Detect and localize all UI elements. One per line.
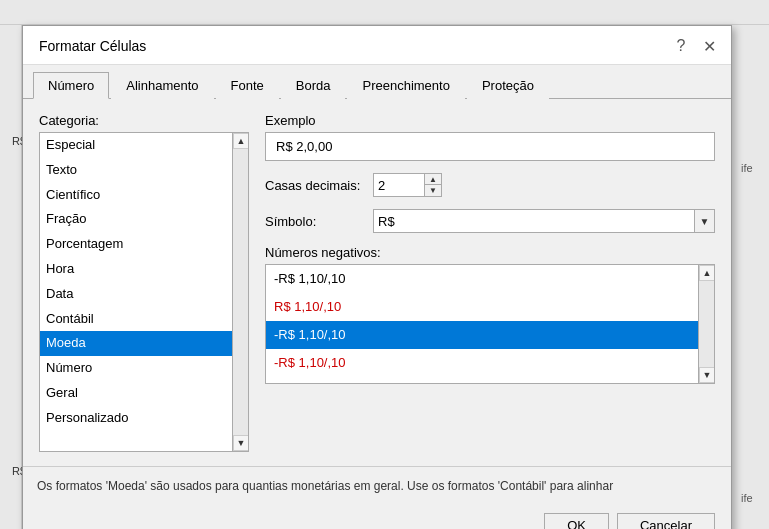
- casas-decimais-label: Casas decimais:: [265, 178, 365, 193]
- close-button[interactable]: ✕: [699, 36, 719, 56]
- category-item-contábil[interactable]: Contábil: [40, 307, 248, 332]
- neg-numbers-label: Números negativos:: [265, 245, 715, 260]
- right-panel: Exemplo R$ 2,0,00 Casas decimais: ▲ ▼ Sí…: [265, 113, 715, 452]
- category-list[interactable]: EspecialTextoCientíficoFraçãoPorcentagem…: [39, 132, 249, 452]
- simbolo-label: Símbolo:: [265, 214, 365, 229]
- example-label: Exemplo: [265, 113, 715, 128]
- category-label: Categoria:: [39, 113, 249, 128]
- category-item-número[interactable]: Número: [40, 356, 248, 381]
- cancel-button[interactable]: Cancelar: [617, 513, 715, 529]
- neg-item-3[interactable]: -R$ 1,10/,10: [266, 349, 714, 377]
- neg-item-1[interactable]: R$ 1,10/,10: [266, 293, 714, 321]
- scroll-down-arrow[interactable]: ▼: [233, 435, 249, 451]
- tab-alinhamento[interactable]: Alinhamento: [111, 72, 213, 99]
- side-text-2: ife: [739, 490, 769, 506]
- tab-proteção[interactable]: Proteção: [467, 72, 549, 99]
- casas-decimais-row: Casas decimais: ▲ ▼: [265, 173, 715, 197]
- neg-numbers-list[interactable]: -R$ 1,10/,10R$ 1,10/,10-R$ 1,10/,10 ▲ ▼ …: [265, 264, 715, 384]
- category-item-hora[interactable]: Hora: [40, 257, 248, 282]
- ok-button[interactable]: OK: [544, 513, 609, 529]
- casas-decimais-spinner[interactable]: ▲ ▼: [373, 173, 442, 197]
- description-text: Os formatos 'Moeda' são usados para quan…: [37, 479, 613, 493]
- simbolo-dropdown-button[interactable]: ▼: [694, 210, 714, 232]
- spinner-up-button[interactable]: ▲: [425, 174, 441, 185]
- simbolo-row: Símbolo: ▼: [265, 209, 715, 233]
- dialog-buttons: OK Cancelar: [23, 505, 731, 529]
- title-actions: ? ✕: [671, 36, 719, 56]
- category-item-texto[interactable]: Texto: [40, 158, 248, 183]
- simbolo-select[interactable]: ▼: [373, 209, 715, 233]
- neg-item-2[interactable]: -R$ 1,10/,10: [266, 265, 714, 293]
- scroll-track: [233, 149, 248, 435]
- help-button[interactable]: ?: [671, 36, 691, 56]
- left-panel: Categoria: EspecialTextoCientíficoFração…: [39, 113, 249, 452]
- dialog-title: Formatar Células: [39, 38, 146, 54]
- category-item-personalizado[interactable]: Personalizado: [40, 406, 248, 431]
- neg-scroll-down-arrow[interactable]: ▼: [699, 367, 715, 383]
- format-cells-dialog: Formatar Células ? ✕ NúmeroAlinhamentoFo…: [22, 25, 732, 529]
- example-value: R$ 2,0,00: [265, 132, 715, 161]
- spinner-down-button[interactable]: ▼: [425, 185, 441, 196]
- example-section: Exemplo R$ 2,0,00: [265, 113, 715, 161]
- category-item-especial[interactable]: Especial: [40, 133, 248, 158]
- spinner-buttons: ▲ ▼: [424, 174, 441, 196]
- neg-numbers-section: Números negativos: -R$ 1,10/,10R$ 1,10/,…: [265, 245, 715, 384]
- category-item-moeda[interactable]: Moeda: [40, 331, 248, 356]
- tab-fonte[interactable]: Fonte: [216, 72, 279, 99]
- category-item-data[interactable]: Data: [40, 282, 248, 307]
- tab-número[interactable]: Número: [33, 72, 109, 99]
- category-item-científico[interactable]: Científico: [40, 183, 248, 208]
- neg-scroll-track: [699, 281, 714, 367]
- side-text: ife: [739, 160, 769, 176]
- casas-decimais-input[interactable]: [374, 176, 424, 195]
- tabs-bar: NúmeroAlinhamentoFonteBordaPreenchimento…: [23, 65, 731, 99]
- simbolo-input[interactable]: [374, 211, 694, 232]
- scroll-up-arrow[interactable]: ▲: [233, 133, 249, 149]
- description-bar: Os formatos 'Moeda' são usados para quan…: [23, 466, 731, 505]
- tab-borda[interactable]: Borda: [281, 72, 346, 99]
- category-item-porcentagem[interactable]: Porcentagem: [40, 232, 248, 257]
- category-item-fração[interactable]: Fração: [40, 207, 248, 232]
- category-item-geral[interactable]: Geral: [40, 381, 248, 406]
- dialog-content: Categoria: EspecialTextoCientíficoFração…: [23, 99, 731, 466]
- neg-item-0[interactable]: -R$ 1,10/,10: [266, 321, 714, 349]
- title-bar: Formatar Células ? ✕: [23, 26, 731, 65]
- neg-scroll-up-arrow[interactable]: ▲: [699, 265, 715, 281]
- tab-preenchimento[interactable]: Preenchimento: [347, 72, 464, 99]
